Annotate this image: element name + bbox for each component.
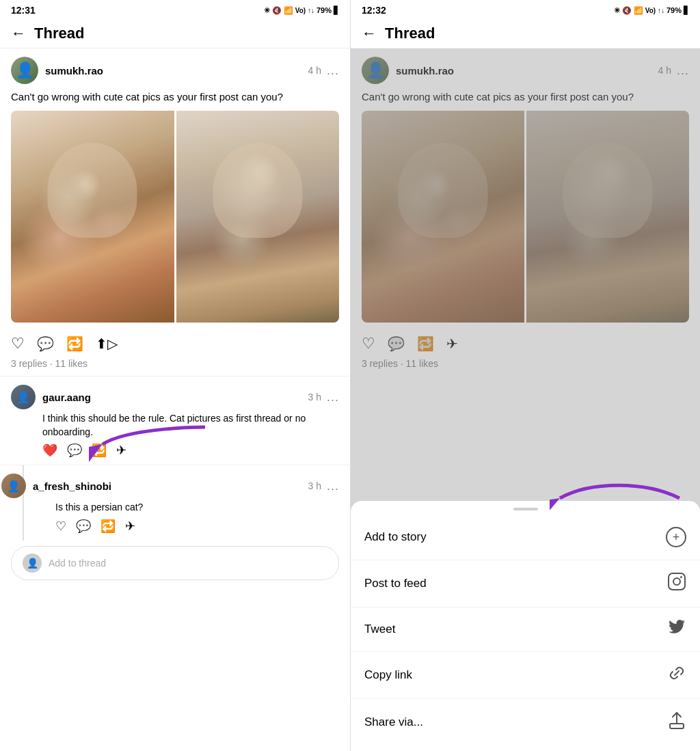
- comment-icon-shinobi[interactable]: 💬: [76, 519, 91, 534]
- repost-icon-shinobi[interactable]: 🔁: [100, 519, 116, 534]
- comment-shinobi: a_fresh_shinobi 3 h ... Is this a persia…: [23, 465, 350, 541]
- actions-bar-left: ♡ 💬 🔁 ⬆▷: [11, 329, 339, 357]
- post-to-feed-icon: [667, 573, 686, 595]
- image-grid-left[interactable]: [11, 111, 339, 323]
- comment-actions-gaur: ❤️ 💬 🔁 ✈: [42, 443, 339, 465]
- right-phone-panel: 12:32 ✳ 🔇 📶 Vo) ↑↓ 79% ▋ ← Thread sumukh…: [350, 0, 700, 751]
- gaur-menu[interactable]: ...: [327, 390, 339, 405]
- cat-image-left-1[interactable]: [11, 111, 174, 323]
- post-stats-left: 3 replies · 11 likes: [11, 357, 339, 376]
- copy-link-label: Copy link: [364, 668, 412, 682]
- back-button-right[interactable]: ←: [362, 25, 377, 42]
- avatar-shinobi-left: [1, 474, 26, 498]
- tweet-label: Tweet: [364, 623, 395, 636]
- username-shinobi-left: a_fresh_shinobi: [33, 480, 111, 492]
- status-time-left: 12:31: [11, 5, 36, 16]
- status-bar-left: 12:31 ✳ 🔇 📶 Vo) ↑↓ 79% ▋: [0, 0, 350, 19]
- battery-text-r: 79% ▋: [667, 6, 689, 15]
- shinobi-menu[interactable]: ...: [327, 479, 339, 493]
- back-button-left[interactable]: ←: [11, 25, 26, 42]
- comment-meta-shinobi: a_fresh_shinobi 3 h ...: [33, 479, 339, 493]
- add-to-story-label: Add to story: [364, 530, 427, 544]
- share-icon-shinobi[interactable]: ✈: [125, 519, 135, 534]
- heart-icon-shinobi[interactable]: ♡: [55, 519, 66, 534]
- page-title-left: Thread: [34, 25, 84, 42]
- heart-icon-gaur[interactable]: ❤️: [42, 443, 57, 458]
- post-text-left: Can't go wrong with cute cat pics as you…: [11, 90, 339, 104]
- comment-gaur: gaur.aang 3 h ... I think this should be…: [0, 377, 350, 465]
- sheet-item-tweet[interactable]: Tweet: [351, 607, 700, 652]
- top-nav-left: ← Thread: [0, 19, 350, 49]
- post-menu-left[interactable]: ...: [327, 64, 339, 78]
- add-thread-avatar: [23, 554, 42, 573]
- comment-header-shinobi: a_fresh_shinobi 3 h ...: [1, 474, 339, 498]
- main-post-left: sumukh.rao 4 h ... Can't go wrong with c…: [0, 49, 350, 376]
- add-thread-placeholder[interactable]: Add to thread: [49, 558, 327, 569]
- svg-point-2: [673, 578, 680, 585]
- signal-text-r: Vo) ↑↓: [645, 7, 664, 14]
- sheet-item-share-via[interactable]: Share via...: [351, 699, 700, 746]
- shinobi-time-menu: 3 h ...: [308, 479, 339, 493]
- wifi-icon: 📶: [284, 6, 293, 15]
- comment-icon-gaur[interactable]: 💬: [67, 443, 82, 458]
- avatar-gaur-left: [11, 385, 36, 409]
- sheet-item-add-to-story[interactable]: Add to story +: [351, 515, 700, 560]
- comment-meta-gaur: gaur.aang 3 h ...: [42, 390, 339, 405]
- add-thread-bar[interactable]: Add to thread: [11, 546, 339, 580]
- comment-actions-shinobi: ♡ 💬 🔁 ✈: [55, 519, 339, 541]
- gaur-time-menu: 3 h ...: [308, 390, 339, 405]
- post-time-menu-left: 4 h ...: [308, 64, 339, 78]
- status-icons-right: ✳ 🔇 📶 Vo) ↑↓ 79% ▋: [614, 6, 689, 15]
- post-header-left: sumukh.rao 4 h ...: [11, 57, 339, 84]
- sound-icon-r: 🔇: [622, 6, 632, 15]
- wifi-icon-r: 📶: [634, 6, 643, 15]
- sound-icon: 🔇: [272, 6, 282, 15]
- status-time-right: 12:32: [362, 5, 386, 16]
- share-sheet[interactable]: Add to story + Post to feed Tweet: [351, 501, 700, 751]
- status-bar-right: 12:32 ✳ 🔇 📶 Vo) ↑↓ 79% ▋: [351, 0, 700, 19]
- page-title-right: Thread: [385, 25, 435, 42]
- share-via-label: Share via...: [364, 715, 423, 729]
- avatar-image-sumukh-left: [11, 57, 38, 84]
- sheet-item-copy-link[interactable]: Copy link: [351, 652, 700, 699]
- gaur-time: 3 h: [308, 392, 321, 402]
- left-phone-panel: 12:31 ✳ 🔇 📶 Vo) ↑↓ 79% ▋ ← Thread sumukh…: [0, 0, 350, 751]
- share-icon-gaur[interactable]: ✈: [116, 443, 126, 458]
- share-via-icon: [667, 711, 686, 733]
- status-icons-left: ✳ 🔇 📶 Vo) ↑↓ 79% ▋: [264, 6, 339, 15]
- signal-text: Vo) ↑↓: [295, 7, 314, 14]
- post-time-left: 4 h: [308, 65, 321, 76]
- svg-point-3: [680, 576, 682, 578]
- heart-icon-left[interactable]: ♡: [11, 335, 25, 353]
- shinobi-time: 3 h: [308, 480, 321, 491]
- comment-body-gaur: I think this should be the rule. Cat pic…: [42, 412, 339, 439]
- top-nav-right: ← Thread: [351, 19, 700, 49]
- username-gaur-left: gaur.aang: [42, 392, 91, 403]
- cat-image-left-2[interactable]: [176, 111, 340, 323]
- comment-icon-left[interactable]: 💬: [37, 336, 54, 352]
- copy-link-icon: [667, 664, 686, 686]
- right-content-area: sumukh.rao 4 h ... Can't go wrong with c…: [351, 49, 700, 751]
- bluetooth-icon-r: ✳: [614, 6, 620, 15]
- comment-header-gaur: gaur.aang 3 h ...: [11, 385, 339, 409]
- content-left: sumukh.rao 4 h ... Can't go wrong with c…: [0, 49, 350, 751]
- tweet-icon: [667, 620, 686, 639]
- battery-text: 79% ▋: [317, 6, 339, 15]
- post-meta-left: sumukh.rao 4 h ...: [45, 64, 339, 78]
- sheet-item-post-to-feed[interactable]: Post to feed: [351, 560, 700, 607]
- comment-body-shinobi: Is this a persian cat?: [55, 501, 339, 515]
- svg-rect-4: [670, 724, 684, 728]
- post-to-feed-label: Post to feed: [364, 577, 427, 590]
- repost-icon-gaur[interactable]: 🔁: [92, 443, 107, 458]
- svg-rect-1: [669, 573, 685, 590]
- avatar-sumukh-left: [11, 57, 38, 84]
- sheet-handle: [513, 508, 538, 510]
- repost-icon-left[interactable]: 🔁: [66, 336, 83, 352]
- username-sumukh-left: sumukh.rao: [45, 65, 103, 77]
- share-icon-left[interactable]: ⬆▷: [96, 336, 118, 352]
- bluetooth-icon: ✳: [264, 6, 270, 15]
- add-to-story-icon: +: [666, 527, 686, 547]
